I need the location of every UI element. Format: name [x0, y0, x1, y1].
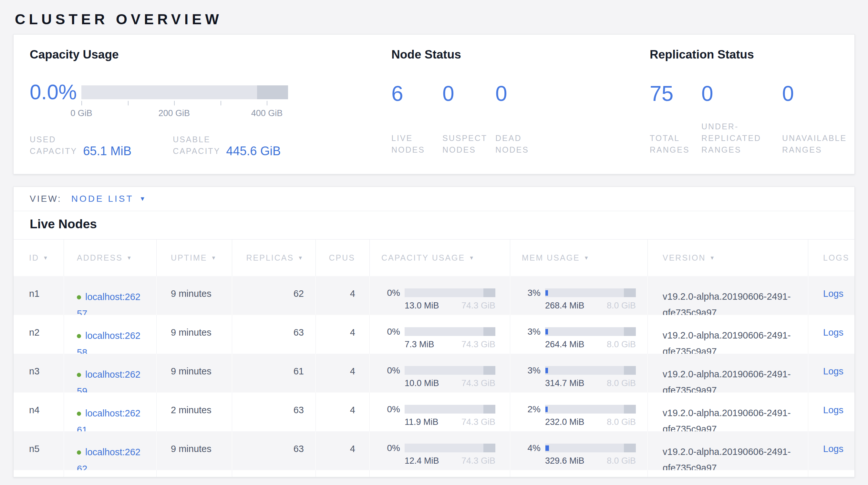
- usage-bar-fill: [546, 290, 548, 295]
- sort-descending-icon: ▼: [127, 255, 133, 261]
- table-row: n5localhost:262629 minutes6340%12.4 MiB7…: [13, 431, 855, 470]
- view-selector-dropdown[interactable]: NODE LIST ▼: [71, 194, 146, 204]
- stat-value: 6: [392, 83, 442, 104]
- version-text: v19.2.0-alpha.20190606-2491-gfe735c9a97: [662, 405, 808, 431]
- stat-label: UNDER- REPLICATED RANGES: [702, 121, 782, 155]
- capacity-bar-track: [82, 85, 288, 99]
- node-mem-usage: 3%314.7 MiB8.0 GiB: [510, 354, 648, 393]
- table-cell-partial: [232, 470, 316, 477]
- node-address-link[interactable]: localhost:26257: [77, 292, 141, 315]
- memory-usage-percent: 3%: [522, 288, 540, 297]
- logs-link[interactable]: Logs: [823, 288, 843, 299]
- node-address-cell: localhost:26259: [64, 354, 157, 393]
- table-row: n3localhost:262599 minutes6140%10.0 MiB7…: [13, 354, 855, 393]
- node-replicas: 61: [232, 354, 316, 393]
- view-selected-value: NODE LIST: [71, 194, 134, 204]
- usage-bar-values: 264.4 MiB8.0 GiB: [545, 340, 636, 349]
- node-mem-usage: 2%232.0 MiB8.0 GiB: [510, 393, 648, 431]
- column-header-version[interactable]: VERSION▼: [648, 239, 808, 276]
- axis-tick: [128, 101, 128, 106]
- usage-bar-track: [405, 444, 495, 452]
- usage-bar-values: 11.9 MiB74.3 GiB: [405, 417, 495, 427]
- node-cpus: 4: [316, 276, 370, 315]
- sort-descending-icon: ▼: [211, 255, 217, 261]
- node-capacity-usage: 0%10.0 MiB74.3 GiB: [370, 354, 510, 393]
- logs-link[interactable]: Logs: [823, 327, 843, 338]
- table-header-row: ID▼ADDRESS▼UPTIME▼REPLICAS▼CPUSCAPACITY …: [13, 239, 855, 276]
- usage-bar-reserved-segment: [624, 444, 636, 452]
- usage-bar-track: [405, 405, 495, 413]
- chevron-down-icon: ▼: [140, 195, 146, 202]
- capacity-usage-percent: 0%: [381, 366, 400, 375]
- node-id: n2: [13, 315, 64, 354]
- capacity-stats: USED CAPACITY65.1 MiBUSABLE CAPACITY445.…: [30, 134, 392, 157]
- usage-bar-reserved-segment: [484, 366, 495, 375]
- usage-used-value: 314.7 MiB: [545, 378, 585, 388]
- usage-bar-track: [405, 327, 495, 336]
- node-status-stats: 6LIVE NODES0SUSPECT NODES0DEAD NODES: [392, 83, 650, 155]
- capacity-usage-bar: 0%12.4 MiB74.3 GiB: [381, 444, 510, 466]
- node-address-link[interactable]: localhost:26261: [77, 408, 141, 431]
- usage-bar-reserved-segment: [624, 327, 636, 336]
- capacity-usage-bar: 0%10.0 MiB74.3 GiB: [381, 366, 510, 388]
- column-header-memory[interactable]: MEM USAGE▼: [510, 239, 648, 276]
- node-version: v19.2.0-alpha.20190606-2491-gfe735c9a97: [648, 393, 808, 431]
- usage-bar-body: 232.0 MiB8.0 GiB: [545, 405, 636, 427]
- node-id: n4: [13, 393, 64, 431]
- usage-total-value: 8.0 GiB: [607, 340, 636, 349]
- node-address-link[interactable]: localhost:26258: [77, 331, 141, 354]
- usage-bar-track: [545, 327, 636, 336]
- node-address-cell: localhost:26257: [64, 276, 157, 315]
- column-header-label: ADDRESS: [77, 253, 123, 262]
- usage-total-value: 8.0 GiB: [607, 301, 636, 311]
- usage-bar-values: 268.4 MiB8.0 GiB: [545, 301, 636, 311]
- capacity-usage-percent: 0%: [381, 405, 400, 413]
- axis-tick-label: 0 GiB: [70, 108, 92, 118]
- usage-bar-reserved-segment: [624, 288, 636, 297]
- view-label: VIEW:: [30, 194, 62, 204]
- stat-label: USED CAPACITY: [30, 134, 77, 157]
- node-capacity-usage: 0%12.4 MiB74.3 GiB: [370, 431, 510, 470]
- version-text: v19.2.0-alpha.20190606-2491-gfe735c9a97: [662, 288, 808, 315]
- column-header-uptime[interactable]: UPTIME▼: [157, 239, 232, 276]
- logs-link[interactable]: Logs: [823, 444, 843, 454]
- logs-link[interactable]: Logs: [823, 405, 843, 415]
- node-address-link[interactable]: localhost:26259: [77, 369, 141, 393]
- stat-label: SUSPECT NODES: [442, 132, 495, 155]
- column-header-label: ID: [29, 253, 39, 262]
- usage-bar-body: 314.7 MiB8.0 GiB: [545, 366, 636, 388]
- table-cell-partial: [64, 470, 157, 477]
- node-address-link[interactable]: localhost:26262: [77, 447, 141, 470]
- column-header-address[interactable]: ADDRESS▼: [64, 239, 157, 276]
- usage-bar-values: 7.3 MiB74.3 GiB: [405, 340, 495, 349]
- capacity-stat: USED CAPACITY65.1 MiB: [30, 134, 131, 157]
- usage-bar-reserved-segment: [484, 405, 495, 413]
- capacity-bar: 0 GiB200 GiB400 GiB: [82, 85, 288, 120]
- node-capacity-usage: 0%7.3 MiB74.3 GiB: [370, 315, 510, 354]
- node-cpus: 4: [316, 315, 370, 354]
- node-uptime: 9 minutes: [157, 354, 232, 393]
- node-version: v19.2.0-alpha.20190606-2491-gfe735c9a97: [648, 315, 808, 354]
- column-header-id[interactable]: ID▼: [13, 239, 64, 276]
- usage-bar-values: 12.4 MiB74.3 GiB: [405, 456, 495, 466]
- sort-descending-icon: ▼: [710, 255, 716, 261]
- axis-tick-label: 200 GiB: [158, 108, 190, 118]
- column-header-replicas[interactable]: REPLICAS▼: [232, 239, 316, 276]
- memory-usage-bar: 2%232.0 MiB8.0 GiB: [522, 405, 647, 427]
- usage-bar-body: 10.0 MiB74.3 GiB: [405, 366, 495, 388]
- usage-total-value: 74.3 GiB: [461, 417, 495, 427]
- stat-value: 0: [442, 83, 495, 104]
- usage-bar-values: 232.0 MiB8.0 GiB: [545, 417, 636, 427]
- logs-link[interactable]: Logs: [823, 366, 843, 376]
- capacity-usage-bar: 0%11.9 MiB74.3 GiB: [381, 405, 510, 427]
- node-replicas: 63: [232, 393, 316, 431]
- column-header-capacity[interactable]: CAPACITY USAGE▼: [370, 239, 510, 276]
- usage-bar-values: 329.6 MiB8.0 GiB: [545, 456, 636, 466]
- memory-usage-bar: 3%314.7 MiB8.0 GiB: [522, 366, 647, 388]
- usage-bar-track: [545, 405, 636, 413]
- stat-value: 0: [702, 83, 782, 104]
- column-header-label: CPUS: [329, 253, 355, 262]
- stat-label: UNAVAILABLE RANGES: [782, 132, 834, 155]
- usage-bar-body: 264.4 MiB8.0 GiB: [545, 327, 636, 349]
- node-logs-cell: Logs: [808, 393, 855, 431]
